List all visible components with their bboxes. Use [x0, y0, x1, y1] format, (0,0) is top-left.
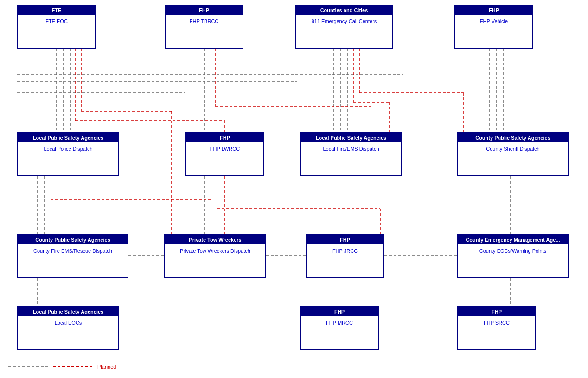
node-header-fhp-vehicle: FHP [455, 6, 532, 15]
node-fhp-srcc: FHPFHP SRCC [457, 306, 536, 350]
node-label-county-fire: County Fire EMS/Rescue Dispatch [20, 248, 126, 254]
node-local-fire: Local Public Safety AgenciesLocal Fire/E… [300, 132, 402, 176]
legend-planned-label: Planned [97, 364, 116, 370]
node-local-eocs: Local Public Safety AgenciesLocal EOCs [17, 306, 119, 350]
node-fte-eoc: FTEFTE EOC [17, 5, 96, 49]
node-local-police: Local Public Safety AgenciesLocal Police… [17, 132, 119, 176]
node-private-tow: Private Tow WreckersPrivate Tow Wreckers… [164, 234, 266, 278]
node-header-county-eoc: County Emergency Management Age... [458, 235, 568, 244]
node-label-fhp-mrcc: FHP MRCC [303, 320, 376, 326]
node-label-local-eocs: Local EOCs [20, 320, 116, 326]
node-county-eoc: County Emergency Management Age...County… [457, 234, 569, 278]
node-fhp-lwrcc: FHPFHP LWRCC [185, 132, 264, 176]
node-label-911-centers: 911 Emergency Call Centers [298, 19, 390, 24]
node-header-fhp-srcc: FHP [458, 307, 535, 316]
node-label-fhp-lwrcc: FHP LWRCC [188, 146, 262, 152]
node-fhp-mrcc: FHPFHP MRCC [300, 306, 379, 350]
node-header-fhp-tbrcc: FHP [166, 6, 243, 15]
node-label-local-police: Local Police Dispatch [20, 146, 116, 152]
node-header-local-eocs: Local Public Safety Agencies [18, 307, 118, 316]
node-header-county-fire: County Public Safety Agencies [18, 235, 128, 244]
node-label-fhp-tbrcc: FHP TBRCC [167, 19, 241, 24]
node-label-fhp-jrcc: FHP JRCC [308, 248, 382, 254]
node-fhp-tbrcc: FHPFHP TBRCC [165, 5, 243, 49]
node-header-county-sheriff: County Public Safety Agencies [458, 133, 568, 142]
node-county-sheriff: County Public Safety AgenciesCounty Sher… [457, 132, 569, 176]
node-header-fhp-jrcc: FHP [307, 235, 383, 244]
node-label-local-fire: Local Fire/EMS Dispatch [303, 146, 399, 152]
node-label-county-sheriff: County Sheriff Dispatch [460, 146, 566, 152]
diagram-container: FTEFTE EOCFHPFHP TBRCCCounties and Citie… [0, 0, 588, 378]
node-label-fhp-vehicle: FHP Vehicle [457, 19, 530, 24]
node-label-county-eoc: County EOCs/Warning Points [460, 248, 566, 254]
node-label-private-tow: Private Tow Wreckers Dispatch [167, 248, 263, 254]
legend: Planned [8, 364, 116, 370]
node-label-fte-eoc: FTE EOC [20, 19, 93, 24]
node-header-private-tow: Private Tow Wreckers [165, 235, 265, 244]
node-header-911-centers: Counties and Cities [296, 6, 392, 15]
node-header-fte-eoc: FTE [18, 6, 95, 15]
node-header-local-fire: Local Public Safety Agencies [301, 133, 401, 142]
node-fhp-jrcc: FHPFHP JRCC [306, 234, 384, 278]
node-header-fhp-lwrcc: FHP [186, 133, 263, 142]
node-header-local-police: Local Public Safety Agencies [18, 133, 118, 142]
node-header-fhp-mrcc: FHP [301, 307, 378, 316]
node-fhp-vehicle: FHPFHP Vehicle [454, 5, 533, 49]
node-911-centers: Counties and Cities911 Emergency Call Ce… [295, 5, 393, 49]
node-label-fhp-srcc: FHP SRCC [460, 320, 533, 326]
node-county-fire: County Public Safety AgenciesCounty Fire… [17, 234, 128, 278]
